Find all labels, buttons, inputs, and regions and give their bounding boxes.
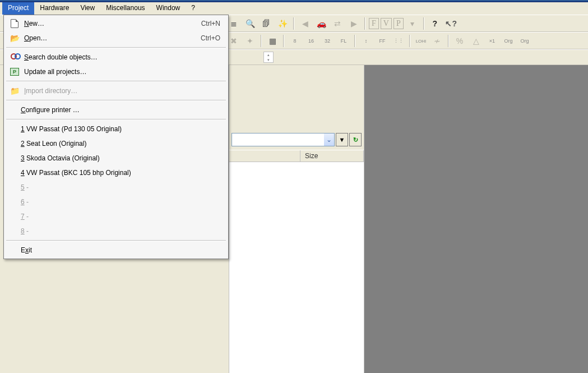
menu-separator	[6, 81, 226, 82]
wave-icon[interactable]: ≁	[430, 34, 445, 48]
menu-bar: Project Hardware View Miscellanous Windo…	[0, 2, 588, 15]
menu-label: 5 -	[8, 183, 220, 191]
menu-item-recent-2[interactable]: 2 Seat Leon (Original)	[5, 136, 227, 151]
toolbar-separator	[354, 35, 355, 47]
next-icon[interactable]: ▶	[346, 16, 361, 31]
menu-label: New…	[24, 20, 201, 27]
magnify-page-icon[interactable]: 🔍	[243, 16, 257, 31]
sparkle-icon[interactable]: ✨	[275, 16, 290, 31]
org2-icon[interactable]: Org	[517, 34, 532, 48]
new-file-icon	[8, 19, 21, 29]
swap-icon[interactable]: ⇄	[330, 16, 345, 31]
chevron-down-icon: ⌄	[324, 133, 334, 146]
bits-fl-icon[interactable]: FL	[336, 34, 351, 48]
combo-row: ⌄ ▼ ↻	[229, 65, 364, 150]
toolbar-separator	[448, 35, 449, 47]
help-icon[interactable]: ?	[428, 16, 442, 31]
menu-label: 6 -	[8, 198, 220, 206]
menu-separator	[6, 47, 226, 48]
whatsthis-icon[interactable]: ↖?	[444, 16, 459, 31]
toolbar-separator	[261, 35, 262, 47]
toolbar-separator	[293, 17, 294, 30]
lohi-icon[interactable]: LOHI	[414, 34, 428, 48]
menu-shortcut: Ctrl+O	[201, 34, 220, 42]
menu-item-recent-7: 7 -	[5, 209, 227, 224]
menu-label: Configure printer …	[8, 106, 220, 114]
list-panel: ⌄ ▼ ↻ Size	[229, 65, 364, 373]
menu-item-open[interactable]: 📂 Open… Ctrl+O	[5, 31, 227, 45]
menu-item-recent-8: 8 -	[5, 224, 227, 238]
menu-label: 1 VW Passat (Pd 130 05 Original)	[8, 125, 220, 133]
column-name[interactable]	[229, 150, 300, 162]
menu-separator	[6, 119, 226, 120]
org-icon[interactable]: Org	[501, 34, 516, 48]
menubar-item-view[interactable]: View	[75, 2, 100, 15]
menu-item-configure-printer[interactable]: Configure printer …	[5, 103, 227, 117]
vehicle-icon[interactable]: 🚗	[314, 16, 328, 31]
menu-label: Open…	[24, 34, 201, 42]
menu-item-import-dir: 📁 Import directory…	[5, 84, 227, 98]
menu-item-recent-3[interactable]: 3 Skoda Octavia (Original)	[5, 151, 227, 165]
menu-item-recent-1[interactable]: 1 VW Passat (Pd 130 05 Original)	[5, 122, 227, 136]
bits-32-icon[interactable]: 32	[320, 34, 335, 48]
updown-icon[interactable]: ↕	[359, 34, 373, 48]
menu-label: 3 Skoda Octavia (Original)	[8, 154, 220, 162]
menu-item-exit[interactable]: Exit	[5, 243, 227, 257]
update-projects-icon: P	[8, 67, 21, 77]
menu-label: Import directory…	[24, 87, 220, 95]
dots-icon[interactable]: ⋮⋮	[391, 34, 406, 48]
menubar-item-project[interactable]: Project	[2, 2, 34, 15]
menu-separator	[6, 240, 226, 241]
menu-shortcut: Ctrl+N	[201, 20, 220, 27]
toolbar-separator	[409, 35, 410, 47]
menu-label: Exit	[8, 246, 220, 254]
menubar-item-misc[interactable]: Miscellanous	[100, 2, 150, 15]
spin-control[interactable]: ▴▾	[263, 52, 274, 63]
v-mode-button[interactable]: V	[381, 18, 392, 29]
percent-icon[interactable]: %	[452, 34, 467, 48]
toolbar-separator	[423, 17, 424, 30]
menu-separator	[6, 100, 226, 101]
dropdown-button[interactable]: ▼	[336, 133, 348, 146]
menubar-item-help[interactable]: ?	[186, 2, 201, 15]
toolbar-separator	[364, 17, 365, 30]
chevron-down-icon[interactable]: ▾	[405, 16, 420, 31]
prev-icon[interactable]: ◀	[298, 16, 312, 31]
menu-label: 8 -	[8, 227, 220, 235]
path-combobox[interactable]: ⌄	[232, 133, 335, 146]
open-folder-icon: 📂	[8, 33, 21, 43]
bits-8-icon[interactable]: 8	[288, 34, 302, 48]
wand-icon[interactable]: ✦	[243, 34, 257, 48]
ff-icon[interactable]: FF	[375, 34, 390, 48]
times1-icon[interactable]: ×1	[485, 34, 499, 48]
menu-item-search-doubles[interactable]: Search double objects…	[5, 50, 227, 65]
menu-label: 4 VW Passat (BKC 105 bhp Original)	[8, 169, 220, 177]
menu-label: 7 -	[8, 213, 220, 220]
search-doubles-icon	[8, 52, 21, 62]
menubar-item-window[interactable]: Window	[151, 2, 186, 15]
import-folder-icon: 📁	[8, 86, 21, 96]
menu-item-recent-6: 6 -	[5, 195, 227, 209]
pages-icon[interactable]: 🗐	[259, 16, 274, 31]
delta-icon[interactable]: △	[469, 34, 483, 48]
project-menu: New… Ctrl+N 📂 Open… Ctrl+O Search double…	[3, 15, 229, 259]
file-list[interactable]	[229, 162, 364, 373]
column-size[interactable]: Size	[300, 150, 364, 162]
p-mode-button[interactable]: P	[393, 18, 404, 29]
menu-item-new[interactable]: New… Ctrl+N	[5, 16, 227, 31]
toolbar-separator	[283, 35, 284, 47]
refresh-button[interactable]: ↻	[349, 133, 362, 146]
menu-item-recent-5: 5 -	[5, 180, 227, 195]
f-mode-button[interactable]: F	[369, 18, 379, 29]
bits-16-icon[interactable]: 16	[304, 34, 318, 48]
menu-label: Update all projects…	[24, 68, 220, 76]
menu-label: 2 Seat Leon (Original)	[8, 140, 220, 148]
menu-item-recent-4[interactable]: 4 VW Passat (BKC 105 bhp Original)	[5, 165, 227, 180]
grid-icon[interactable]: ▦	[265, 34, 280, 48]
menu-label: Search double objects…	[24, 53, 220, 61]
menubar-item-hardware[interactable]: Hardware	[34, 2, 75, 15]
column-header: Size	[229, 150, 364, 162]
menu-item-update-all[interactable]: P Update all projects…	[5, 65, 227, 79]
mdi-area	[364, 65, 588, 373]
